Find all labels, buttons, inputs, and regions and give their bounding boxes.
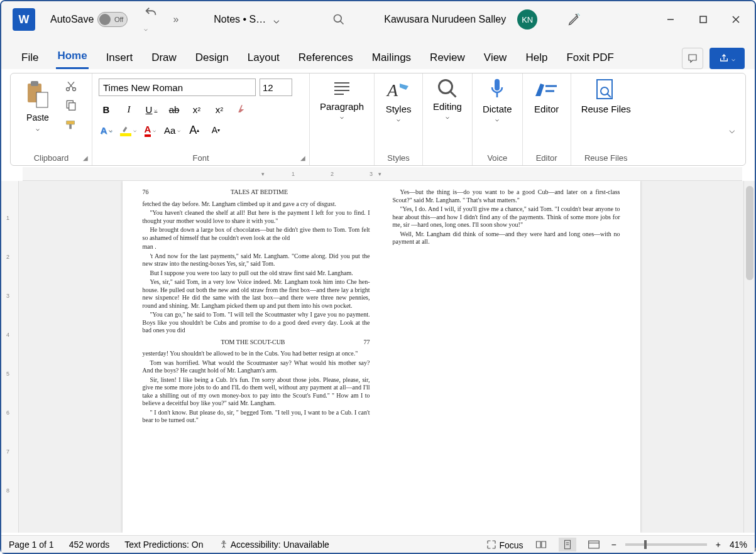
vertical-ruler[interactable]: 1 2 3 4 5 6 7 8 <box>1 181 19 533</box>
page[interactable]: 76 TALES AT BEDTIME fetched the day befo… <box>123 181 640 533</box>
tab-design[interactable]: Design <box>194 46 230 69</box>
reuse-files-button[interactable]: Reuse Files <box>581 77 631 114</box>
toggle-state: Off <box>114 16 123 23</box>
read-mode-button[interactable] <box>532 538 550 551</box>
voice-label: Voice <box>487 151 507 163</box>
coming-soon-button[interactable] <box>567 13 581 26</box>
tab-view[interactable]: View <box>483 46 508 69</box>
zoom-slider[interactable] <box>625 543 707 546</box>
focus-button[interactable]: Focus <box>486 539 523 550</box>
tab-layout[interactable]: Layout <box>246 46 281 69</box>
accessibility-status[interactable]: Accessibility: Unavailable <box>219 540 329 550</box>
grow-font-button[interactable]: A▴ <box>187 122 202 138</box>
format-painter-button[interactable] <box>64 117 78 131</box>
styles-button[interactable]: A Styles ⌵ <box>385 77 412 122</box>
document-area[interactable]: 76 TALES AT BEDTIME fetched the day befo… <box>19 181 743 533</box>
tab-mailings[interactable]: Mailings <box>371 46 412 69</box>
strikethrough-button[interactable]: ab <box>167 101 182 117</box>
autosave-toggle[interactable]: Off <box>97 12 128 27</box>
reuse-files-group-label: Reuse Files <box>584 151 628 163</box>
svg-line-29 <box>607 94 611 97</box>
accessibility-label: Accessibility: Unavailable <box>231 540 329 550</box>
font-launcher[interactable]: ◢ <box>300 155 305 161</box>
collapse-ribbon-button[interactable]: ⌵ <box>729 73 745 165</box>
highlight-button[interactable] <box>120 122 136 138</box>
svg-rect-15 <box>69 124 72 129</box>
paragraph-group: Paragraph ⌵ <box>310 73 375 165</box>
italic-button[interactable]: I <box>121 101 136 117</box>
dictate-button[interactable]: Dictate ⌵ <box>483 77 512 122</box>
zoom-in-button[interactable]: + <box>716 540 721 550</box>
more-commands-button[interactable]: » <box>173 14 178 25</box>
tab-review[interactable]: Review <box>429 46 466 69</box>
svg-text:A: A <box>386 80 398 100</box>
underline-button[interactable]: U <box>144 101 159 117</box>
voice-group: Dictate ⌵ Voice <box>473 73 523 165</box>
reuse-files-group: Reuse Files Reuse Files <box>571 73 641 165</box>
left-page-title: TALES AT BEDTIME <box>231 188 288 197</box>
zoom-level[interactable]: 41% <box>730 540 747 550</box>
change-case-button[interactable]: Aa <box>164 122 180 138</box>
comments-button[interactable] <box>682 48 703 69</box>
svg-point-30 <box>222 541 224 543</box>
content-area: 1 2 3 4 5 6 7 8 76 TALES AT BEDTIME fetc… <box>1 181 755 533</box>
document-title-dropdown[interactable]: Notes • S… ⌵ <box>214 14 280 26</box>
horizontal-ruler[interactable]: ▾ 1 2 3 ▾ <box>23 167 742 181</box>
scroll-thumb[interactable] <box>746 186 753 280</box>
statusbar: Page 1 of 1 452 words Text Predictions: … <box>1 535 755 553</box>
copy-button[interactable] <box>65 99 77 111</box>
superscript-button[interactable]: x2 <box>212 101 227 117</box>
tab-references[interactable]: References <box>297 46 354 69</box>
clear-format-button[interactable] <box>234 101 249 117</box>
cut-button[interactable] <box>65 80 77 92</box>
svg-rect-14 <box>69 103 75 111</box>
clipboard-launcher[interactable]: ◢ <box>83 155 88 161</box>
tab-insert[interactable]: Insert <box>105 46 134 69</box>
tab-help[interactable]: Help <box>524 46 549 69</box>
svg-rect-23 <box>495 79 500 91</box>
maximize-button[interactable] <box>689 8 717 31</box>
print-layout-button[interactable] <box>559 538 576 551</box>
share-button[interactable]: ⌵ <box>709 48 745 69</box>
font-size-select[interactable] <box>260 79 292 96</box>
text-predictions[interactable]: Text Predictions: On <box>124 540 203 550</box>
font-color-button[interactable]: A <box>143 122 158 138</box>
paragraph-label: Paragraph <box>320 101 364 112</box>
font-name-select[interactable] <box>99 79 256 96</box>
para: Well, Mr. Langham did think of some—and … <box>393 231 620 246</box>
editor-label: Editor <box>534 104 559 114</box>
para: Sir, listen! I like being a Cub. It's fu… <box>143 376 370 408</box>
user-avatar[interactable]: KN <box>517 9 537 30</box>
zoom-out-button[interactable]: − <box>611 540 616 550</box>
para: man . <box>143 243 370 251</box>
minimize-button[interactable] <box>657 8 684 31</box>
close-button[interactable] <box>722 8 750 31</box>
para: But I suppose you were too lazy to pull … <box>143 269 370 278</box>
web-layout-button[interactable] <box>585 538 603 551</box>
tab-home[interactable]: Home <box>56 45 88 69</box>
para: fetched the day before. Mr. Langham clim… <box>143 200 370 209</box>
search-button[interactable] <box>329 9 349 30</box>
tab-foxit[interactable]: Foxit PDF <box>565 46 615 69</box>
svg-line-22 <box>451 92 456 97</box>
shrink-font-button[interactable]: A▾ <box>208 122 223 138</box>
undo-button[interactable]: ⌵ <box>139 3 163 36</box>
tab-draw[interactable]: Draw <box>150 46 178 69</box>
subscript-button[interactable]: x2 <box>189 101 204 117</box>
text-effects-button[interactable]: A <box>99 122 114 138</box>
para: Tom was horrified. What would the Scoutm… <box>143 359 370 375</box>
bold-button[interactable]: B <box>99 101 114 117</box>
editor-group-label: Editor <box>536 151 557 163</box>
para: He brought down a large box of chocolate… <box>143 226 370 242</box>
word-count[interactable]: 452 words <box>69 540 110 550</box>
page-indicator[interactable]: Page 1 of 1 <box>9 540 54 550</box>
paste-button[interactable]: Paste ⌵ <box>17 77 58 145</box>
editing-button[interactable]: Editing ⌵ <box>433 77 462 120</box>
editor-button[interactable]: Editor <box>533 77 561 114</box>
dictate-label: Dictate <box>483 104 512 114</box>
svg-rect-34 <box>588 541 599 548</box>
tab-file[interactable]: File <box>20 46 40 69</box>
paragraph-button[interactable]: Paragraph ⌵ <box>320 77 364 120</box>
vertical-scrollbar[interactable] <box>743 181 755 533</box>
styles-label: Styles <box>386 104 412 114</box>
